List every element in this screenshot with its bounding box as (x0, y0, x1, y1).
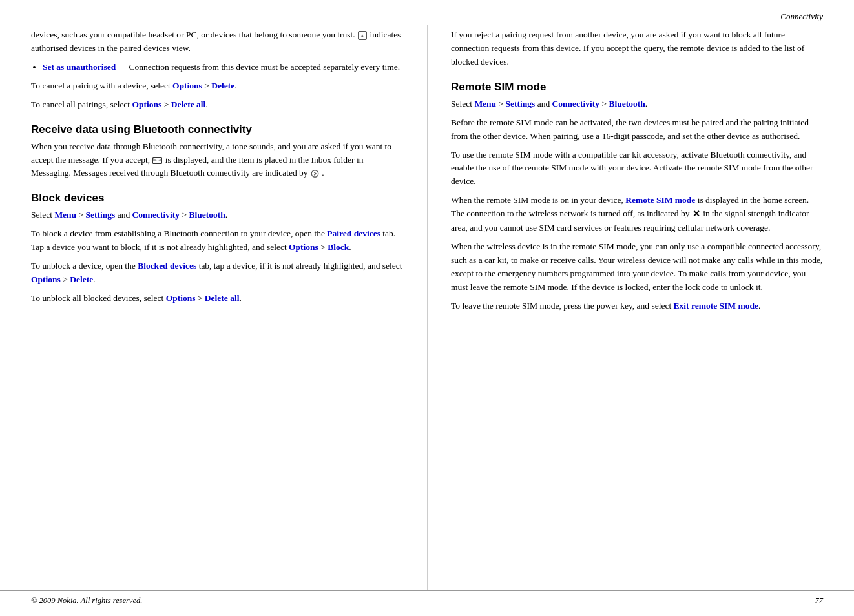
remote-sim-para3: When the remote SIM mode is on in your d… (451, 194, 823, 235)
block-bluetooth-link[interactable]: Bluetooth (189, 210, 225, 220)
x-signal-icon: ✕ (693, 207, 700, 221)
blocked-devices-link[interactable]: Blocked devices (138, 261, 196, 271)
right-column: If you reject a pairing request from ano… (427, 25, 823, 590)
remote-menu-link[interactable]: Menu (474, 99, 496, 108)
block-select: Select Menu > Settings and Connectivity … (31, 209, 404, 222)
block-connectivity-link[interactable]: Connectivity (132, 210, 180, 220)
remote-sim-mode-link[interactable]: Remote SIM mode (625, 195, 695, 205)
remote-sim-heading: Remote SIM mode (451, 81, 823, 94)
options-link-1[interactable]: Options (172, 81, 202, 90)
block-devices-heading: Block devices (31, 192, 404, 205)
options-link-5[interactable]: Options (166, 293, 196, 303)
bullet-text: — Connection requests from this device m… (118, 62, 400, 72)
svg-point-0 (311, 170, 318, 178)
remote-sim-para5: To leave the remote SIM mode, press the … (451, 300, 823, 313)
page-footer: © 2009 Nokia. All rights reserved. 77 (0, 590, 854, 616)
block-menu-link[interactable]: Menu (54, 210, 76, 220)
right-intro-para: If you reject a pairing request from ano… (451, 28, 823, 69)
block-para3: To unblock all blocked devices, select O… (31, 292, 404, 305)
header-title: Connectivity (780, 12, 823, 21)
intro-paragraph: devices, such as your compatible headset… (31, 28, 404, 56)
bluetooth-message-icon (311, 169, 319, 178)
message-icon (152, 157, 162, 164)
paired-devices-link[interactable]: Paired devices (327, 229, 380, 238)
delete-all-link-2[interactable]: Delete all (205, 293, 240, 303)
block-para1: To block a device from establishing a Bl… (31, 227, 404, 254)
options-link-3[interactable]: Options (289, 242, 318, 252)
remote-sim-para2: To use the remote SIM mode with a compat… (451, 149, 823, 189)
bullet-item-unauthorised: Set as unauthorised — Connection request… (43, 61, 404, 74)
remote-bluetooth-link[interactable]: Bluetooth (609, 99, 645, 108)
remote-connectivity-link[interactable]: Connectivity (552, 99, 600, 108)
remote-sim-select: Select Menu > Settings and Connectivity … (451, 98, 823, 111)
bullet-list: Set as unauthorised — Connection request… (43, 61, 404, 74)
block-link[interactable]: Block (328, 242, 349, 252)
left-column: devices, such as your compatible headset… (31, 25, 427, 590)
exit-remote-sim-link[interactable]: Exit remote SIM mode (674, 301, 758, 311)
cancel-pair-1: To cancel a pairing with a device, selec… (31, 79, 404, 93)
page-header: Connectivity (0, 0, 854, 25)
set-as-unauthorised-link[interactable]: Set as unauthorised (43, 62, 116, 72)
block-para2: To unblock a device, open the Blocked de… (31, 260, 404, 287)
receive-para: When you receive data through Bluetooth … (31, 140, 404, 181)
page: Connectivity devices, such as your compa… (0, 0, 854, 616)
copyright-text: © 2009 Nokia. All rights reserved. (31, 596, 142, 606)
delete-link-2[interactable]: Delete (70, 274, 93, 284)
block-settings-link[interactable]: Settings (86, 210, 116, 220)
delete-link-1[interactable]: Delete (211, 81, 234, 90)
remote-settings-link[interactable]: Settings (506, 99, 536, 108)
content-area: devices, such as your compatible headset… (0, 25, 854, 590)
cancel-pair-2: To cancel all pairings, select Options >… (31, 98, 404, 112)
receive-data-heading: Receive data using Bluetooth connectivit… (31, 123, 404, 136)
page-number: 77 (815, 596, 824, 606)
delete-all-link-1[interactable]: Delete all (171, 99, 206, 109)
remote-sim-para1: Before the remote SIM mode can be activa… (451, 116, 823, 143)
options-link-4[interactable]: Options (31, 274, 61, 284)
remote-sim-para4: When the wireless device is in the remot… (451, 240, 823, 294)
bluetooth-authorized-icon: ✦ (358, 31, 367, 40)
options-link-2[interactable]: Options (132, 99, 162, 109)
